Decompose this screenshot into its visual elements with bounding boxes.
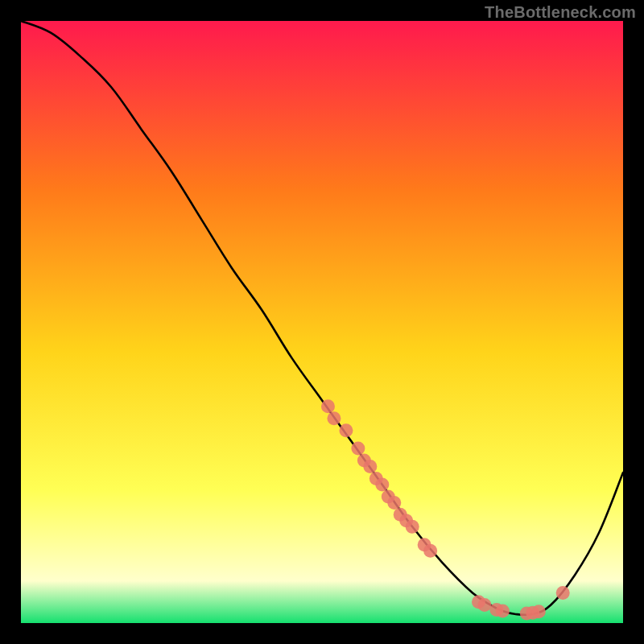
scatter-point (532, 605, 546, 618)
scatter-point (387, 496, 401, 510)
scatter-point (423, 544, 437, 558)
scatter-point (556, 586, 570, 600)
scatter-point (406, 520, 419, 534)
scatter-point (363, 460, 377, 473)
scatter-point (496, 605, 510, 618)
scatter-point (327, 411, 341, 425)
attribution-text: TheBottleneck.com (485, 3, 636, 22)
chart-plot (21, 21, 623, 623)
chart-svg (21, 21, 623, 623)
scatter-point (339, 423, 353, 437)
scatter-point (477, 598, 491, 612)
scatter-point (351, 442, 365, 456)
scatter-point (375, 477, 389, 491)
gradient-background (21, 21, 623, 623)
scatter-point (321, 399, 335, 413)
